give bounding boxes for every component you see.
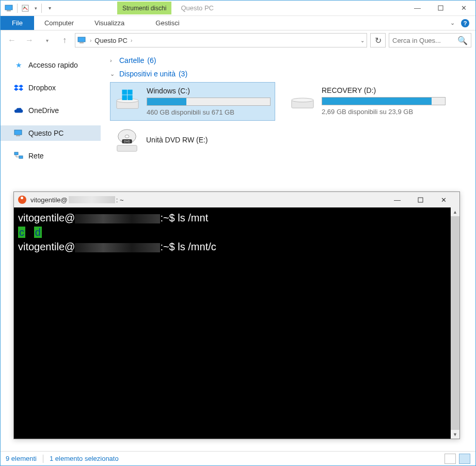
search-box[interactable]: 🔍 [389,33,471,47]
qat-dropdown-icon[interactable]: ▾ [32,3,39,14]
group-folders[interactable]: › Cartelle (6) [101,55,470,69]
scroll-down-icon[interactable]: ▼ [451,430,459,439]
address-location[interactable]: Questo PC [94,37,128,44]
sidebar-item-label: Dropbox [28,84,56,92]
svg-rect-4 [78,37,85,42]
sidebar-item-dropbox[interactable]: Dropbox [1,80,101,95]
network-icon [14,151,23,160]
drive-title: Windows (C:) [147,87,271,95]
scroll-up-icon[interactable]: ▲ [451,207,459,216]
navigation-bar: ← → ▾ ↑ › Questo PC › ⌄ ↻ 🔍 [1,30,475,50]
onedrive-icon [14,106,23,115]
terminal-title: vitogentile@: ~ [30,196,124,204]
terminal-minimize-button[interactable]: — [386,192,409,207]
status-bar: 9 elementi 1 elemento selezionato [1,451,475,465]
drive-tile-c[interactable]: Windows (C:) 460 GB disponibili su 671 G… [110,82,275,121]
svg-rect-22 [117,146,137,152]
svg-rect-9 [19,156,23,158]
dropbox-icon [14,83,23,92]
sidebar-item-quick-access[interactable]: ★ Accesso rapido [1,57,101,73]
ubuntu-icon [18,196,26,204]
drive-title: RECOVERY (D:) [322,86,447,94]
ribbon-expand-icon[interactable]: ⌄ [450,20,455,26]
address-dropdown-icon[interactable]: ⌄ [360,38,364,43]
group-label: Cartelle [119,56,144,65]
pc-icon [14,128,23,138]
svg-rect-23 [418,198,423,202]
view-details-button[interactable] [445,454,456,464]
status-selection: 1 elemento selezionato [50,455,119,462]
sidebar-item-onedrive[interactable]: OneDrive [1,103,101,118]
sidebar-item-this-pc[interactable]: Questo PC [1,125,101,141]
group-label: Dispositivi e unità [119,70,176,78]
qat-overflow-icon[interactable]: ▾ [44,3,55,14]
sidebar-item-label: Accesso rapido [28,61,78,69]
terminal-output: c [18,227,25,238]
help-icon[interactable]: ? [461,19,469,27]
svg-rect-0 [5,5,12,10]
visualizza-tab[interactable]: Visualizza [84,16,135,30]
window-titlebar: ▾ ▾ Strumenti dischi Questo PC — ✕ [1,1,475,16]
svg-rect-7 [16,135,20,136]
terminal-titlebar[interactable]: vitogentile@: ~ — ✕ [14,192,459,207]
drive-tile-dvd[interactable]: DVD Unità DVD RW (E:) [110,124,275,158]
svg-rect-14 [122,90,127,95]
close-button[interactable]: ✕ [452,1,475,15]
recent-dropdown[interactable]: ▾ [40,33,54,47]
drive-subtitle: 460 GB disponibili su 671 GB [147,108,271,116]
sidebar-item-label: Questo PC [28,129,64,137]
terminal-scrollbar[interactable]: ▲ ▼ [451,207,459,439]
svg-rect-15 [122,95,127,100]
star-icon: ★ [14,60,23,70]
svg-rect-3 [438,6,443,10]
address-bar[interactable]: › Questo PC › ⌄ [75,33,367,47]
terminal-close-button[interactable]: ✕ [432,192,455,207]
search-icon: 🔍 [457,36,468,45]
terminal-maximize-button[interactable] [409,192,432,207]
drive-tile-d[interactable]: RECOVERY (D:) 2,69 GB disponibili su 23,… [285,82,451,121]
svg-point-19 [125,135,129,138]
forward-button[interactable]: → [22,33,37,47]
dvd-icon: DVD [114,128,140,154]
maximize-button[interactable] [429,1,452,15]
chevron-right-icon[interactable]: › [131,38,132,43]
svg-rect-13 [128,95,133,100]
terminal-window: vitogentile@: ~ — ✕ vitogentile@:~$ ls /… [13,191,460,439]
svg-rect-1 [7,10,11,11]
redacted-hostname [75,243,160,252]
svg-rect-8 [14,152,18,155]
up-button[interactable]: ↑ [57,33,72,47]
chevron-right-icon[interactable]: › [90,38,91,43]
drive-icon [115,87,140,113]
app-icon [4,3,15,14]
svg-text:DVD: DVD [124,140,130,143]
contextual-tab-disk-tools[interactable]: Strumenti dischi [117,2,171,14]
drive-icon [290,86,315,112]
back-button[interactable]: ← [5,33,19,47]
group-devices[interactable]: ⌄ Dispositivi e unità (3) [101,69,470,82]
svg-rect-12 [128,90,133,95]
minimize-button[interactable]: — [406,1,429,15]
computer-tab[interactable]: Computer [34,16,84,30]
window-title: Questo PC [181,4,214,12]
sidebar-item-label: Rete [28,152,44,160]
redacted-hostname [75,214,160,223]
terminal-output: d [34,227,42,238]
chevron-down-icon[interactable]: ⌄ [110,71,116,77]
search-input[interactable] [392,37,449,44]
refresh-button[interactable]: ↻ [370,33,386,47]
ribbon-tabs: File Computer Visualizza Gestisci ⌄ ? [1,16,475,30]
sidebar-item-network[interactable]: Rete [1,148,101,164]
status-item-count: 9 elementi [6,455,37,462]
svg-rect-6 [14,130,22,135]
file-tab[interactable]: File [1,16,34,30]
terminal-body[interactable]: vitogentile@:~$ ls /mnt c d vitogentile@… [14,207,459,439]
qat-properties-icon[interactable] [20,3,31,14]
chevron-right-icon[interactable]: › [110,57,116,63]
drive-usage-bar [147,98,271,106]
pc-icon [77,37,87,44]
drive-usage-bar [322,97,446,105]
svg-rect-5 [80,42,84,43]
gestisci-tab[interactable]: Gestisci [145,16,189,30]
view-tiles-button[interactable] [459,454,470,464]
